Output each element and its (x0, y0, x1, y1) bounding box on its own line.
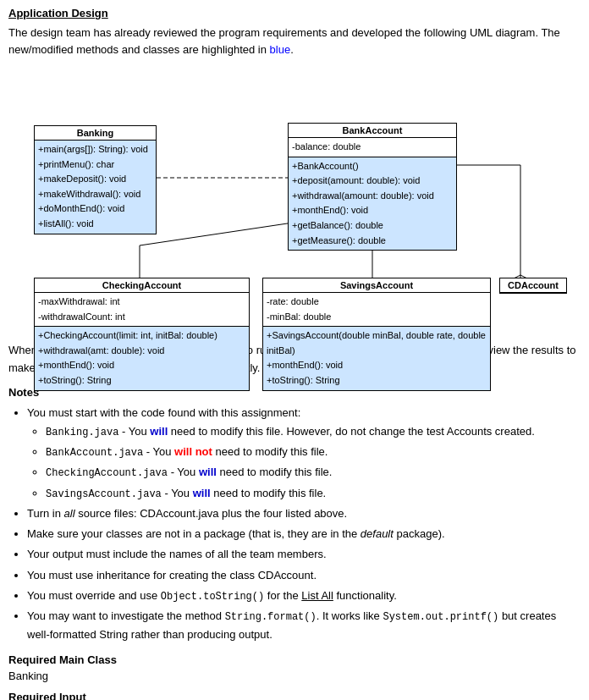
note-code-tostring: Object.toString() (161, 591, 264, 603)
note-code-format: String.format() (225, 611, 317, 623)
note-code-bankaccount: BankAccount.java (46, 447, 143, 459)
note-will-3: will (193, 487, 211, 499)
note-1-sublist: Banking.java - You will need to modify t… (27, 422, 581, 504)
page-title: Application Design (8, 7, 581, 19)
uml-savings-title: SavingsAccount (263, 278, 490, 293)
uml-cdaccount-box: CDAccount (499, 278, 567, 294)
note-item-7: You may want to investigate the method S… (27, 607, 581, 644)
uml-checking-methods: +CheckingAccount(limit: int, initBal: do… (35, 326, 249, 389)
note-1-sub-1: Banking.java - You will need to modify t… (46, 422, 581, 441)
intro-blue-word: blue (270, 43, 291, 56)
uml-savings-box: SavingsAccount -rate: double -minBal: do… (262, 278, 491, 391)
uml-bankaccount-methods: +BankAccount() +deposit(amount: double):… (289, 157, 456, 251)
required-main-title: Required Main Class (8, 653, 581, 666)
notes-section: Notes You must start with the code found… (8, 386, 581, 645)
note-2-italic: all (64, 507, 75, 520)
required-main-value: Banking (8, 670, 581, 682)
note-6-underline: List All (301, 589, 333, 602)
note-1-sub-3: CheckingAccount.java - You will need to … (46, 463, 581, 482)
uml-bankaccount-fields: -balance: double (289, 138, 456, 157)
note-item-3: Make sure your classes are not in a pack… (27, 525, 581, 543)
note-will-2: will (199, 466, 217, 478)
note-will-1: will (150, 425, 168, 438)
note-1-sub-4: SavingsAccount.java - You will need to m… (46, 484, 581, 503)
intro-text-2: . (290, 43, 294, 56)
note-code-banking: Banking.java (46, 427, 118, 438)
note-item-6: You must override and use Object.toStrin… (27, 587, 581, 605)
uml-banking-box: Banking +main(args[]): String): void +pr… (34, 125, 157, 234)
note-item-5: You must use inheritance for creating th… (27, 566, 581, 585)
note-3-italic: default (361, 527, 394, 540)
uml-banking-methods: +main(args[]): String): void +printMenu(… (35, 141, 156, 234)
note-1-sub-2: BankAccount.java - You will not need to … (46, 443, 581, 461)
note-item-1: You must start with the code found with … (27, 404, 581, 504)
note-item-4: Your output must include the names of al… (27, 545, 581, 564)
uml-bankaccount-box: BankAccount -balance: double +BankAccoun… (288, 123, 457, 251)
uml-checking-fields: -maxWithdrawal: int -withdrawalCount: in… (35, 293, 249, 326)
note-1-text: You must start with the code found with … (27, 406, 300, 419)
uml-bankaccount-title: BankAccount (289, 124, 456, 138)
required-input-title: Required Input (8, 691, 581, 701)
uml-savings-fields: -rate: double -minBal: double (263, 293, 490, 326)
note-code-checking: CheckingAccount.java (46, 467, 168, 479)
uml-checking-box: CheckingAccount -maxWithdrawal: int -wit… (34, 278, 250, 391)
note-item-2: Turn in all source files: CDAccount.java… (27, 504, 581, 523)
notes-list: You must start with the code found with … (8, 404, 581, 645)
uml-cdaccount-title: CDAccount (500, 278, 566, 293)
uml-diagram: Banking +main(args[]): String): void +pr… (8, 68, 581, 330)
note-code-savings: SavingsAccount.java (46, 488, 162, 500)
uml-savings-methods: +SavingsAccount(double minBal, double ra… (263, 326, 490, 389)
note-will-not-1: will not (174, 445, 212, 458)
intro-paragraph: The design team has already reviewed the… (8, 25, 581, 58)
uml-checking-title: CheckingAccount (35, 278, 249, 293)
uml-banking-title: Banking (35, 126, 156, 141)
note-code-printf: System.out.printf() (383, 611, 498, 623)
